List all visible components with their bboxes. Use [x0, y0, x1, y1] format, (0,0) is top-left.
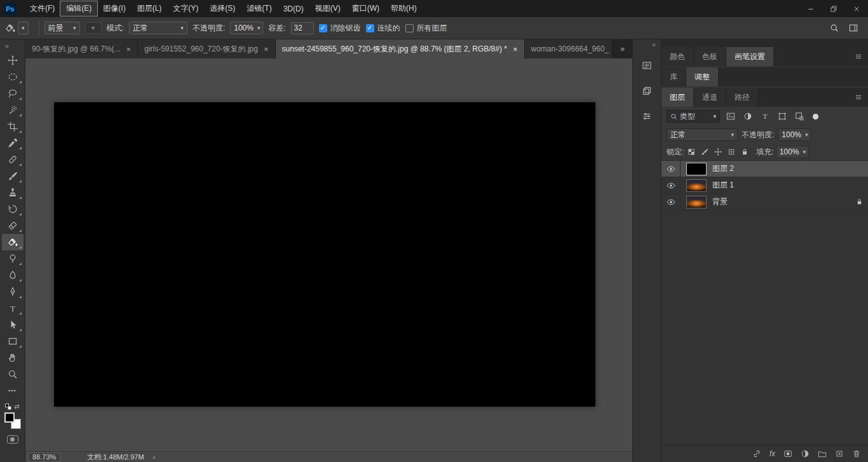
elliptical-marquee-tool[interactable] — [2, 69, 24, 85]
tab-close-icon[interactable]: × — [126, 44, 132, 54]
pattern-picker[interactable]: ▾ — [85, 22, 102, 34]
layer-name[interactable]: 背景 — [712, 196, 728, 207]
close-button[interactable] — [845, 0, 868, 17]
lock-transparent-pixels-icon[interactable] — [686, 146, 697, 158]
document-image[interactable] — [54, 102, 595, 407]
layer-row-selected[interactable]: 图层 2 — [661, 161, 868, 177]
layer-row-background[interactable]: 背景 — [661, 194, 868, 210]
new-group-icon[interactable] — [818, 449, 827, 458]
tab-layers[interactable]: 图层 — [661, 88, 694, 107]
menu-help[interactable]: 帮助(H) — [385, 1, 423, 16]
eraser-tool[interactable] — [2, 217, 24, 234]
menu-image[interactable]: 图像(I) — [97, 1, 131, 16]
rectangle-tool[interactable] — [2, 333, 24, 350]
layer-filter-type-dropdown[interactable]: 类型 ▾ — [667, 110, 720, 123]
paint-bucket-tool[interactable] — [2, 234, 24, 250]
tab-brush-settings[interactable]: 画笔设置 — [726, 47, 774, 66]
lock-artboard-icon[interactable] — [726, 146, 737, 158]
blend-mode-dropdown[interactable]: 正常 ▾ — [129, 22, 187, 34]
menu-3d[interactable]: 3D(D) — [278, 3, 309, 15]
quick-selection-tool[interactable] — [2, 102, 24, 118]
layer-thumbnail[interactable] — [686, 179, 707, 192]
tool-preset-picker[interactable]: ▾ — [5, 22, 34, 34]
lasso-tool[interactable] — [2, 85, 24, 102]
filter-adjustment-layers-icon[interactable] — [742, 110, 754, 123]
menu-window[interactable]: 窗口(W) — [346, 1, 385, 16]
add-layer-mask-icon[interactable] — [783, 449, 792, 458]
tab-paths[interactable]: 路径 — [726, 88, 759, 107]
workspace-switcher-icon[interactable] — [849, 24, 858, 32]
layer-name[interactable]: 图层 2 — [712, 163, 734, 174]
quick-mask-button[interactable] — [7, 435, 18, 444]
contiguous-option[interactable]: ✓ 连续的 — [366, 23, 400, 34]
toolbar-expand-icon[interactable]: » — [0, 39, 9, 52]
blur-tool[interactable] — [2, 267, 24, 283]
tab-channels[interactable]: 通道 — [694, 88, 726, 107]
document-tab[interactable]: 90-恢复的.jpg @ 66.7%(... × — [25, 39, 138, 58]
collapsed-panel-history-icon[interactable] — [637, 56, 656, 75]
type-tool[interactable] — [2, 300, 24, 316]
foreground-color-swatch[interactable] — [4, 412, 15, 423]
tolerance-input[interactable] — [291, 22, 314, 34]
delete-layer-icon[interactable] — [852, 449, 861, 458]
lock-all-icon[interactable] — [739, 146, 750, 158]
canvas-workspace[interactable] — [25, 58, 632, 451]
panel-menu-icon[interactable] — [849, 88, 868, 107]
pen-tool[interactable] — [2, 283, 24, 300]
new-layer-icon[interactable] — [835, 449, 844, 458]
menu-edit[interactable]: 编辑(E) — [60, 1, 97, 16]
new-adjustment-layer-icon[interactable] — [801, 449, 810, 458]
hand-tool[interactable] — [2, 350, 24, 366]
all-layers-checkbox[interactable] — [405, 24, 414, 32]
expand-panels-icon[interactable]: « — [647, 39, 661, 50]
menu-view[interactable]: 视图(V) — [309, 1, 346, 16]
menu-layer[interactable]: 图层(L) — [132, 1, 168, 16]
history-brush-tool[interactable] — [2, 201, 24, 217]
minimize-button[interactable] — [799, 0, 822, 17]
menu-filter[interactable]: 滤镜(T) — [241, 1, 277, 16]
filter-type-layers-icon[interactable] — [759, 110, 771, 123]
document-tab[interactable]: girls-591552_960_720-恢复的.jpg × — [138, 39, 275, 58]
layer-name[interactable]: 图层 1 — [712, 180, 734, 191]
crop-tool[interactable] — [2, 118, 24, 135]
layer-opacity-dropdown[interactable]: 100% ▾ — [778, 128, 811, 141]
zoom-tool[interactable] — [2, 366, 24, 383]
document-tab-active[interactable]: sunset-2459855_960_720-恢复的.jpg @ 88.7% (… — [276, 39, 525, 58]
search-icon[interactable] — [830, 24, 839, 32]
filter-pixel-layers-icon[interactable] — [724, 110, 737, 123]
link-layers-icon[interactable] — [752, 449, 761, 458]
zoom-level-field[interactable]: 88.73% — [28, 452, 60, 462]
filter-on-off-toggle[interactable] — [813, 114, 818, 119]
tab-overflow-icon[interactable]: » — [613, 39, 632, 58]
tab-close-icon[interactable]: × — [264, 44, 269, 54]
path-selection-tool[interactable] — [2, 316, 24, 333]
filter-shape-layers-icon[interactable] — [776, 110, 789, 123]
status-options-chevron-icon[interactable]: › — [153, 453, 156, 461]
document-tab[interactable]: woman-3096664_960_ — [525, 39, 613, 58]
layer-thumbnail[interactable] — [686, 163, 707, 175]
anti-alias-option[interactable]: ✓ 消除锯齿 — [319, 23, 361, 34]
edit-toolbar-button[interactable]: ••• — [2, 383, 24, 399]
default-colors-icon[interactable] — [5, 404, 11, 410]
tab-libraries[interactable]: 库 — [661, 67, 686, 86]
layer-visibility-toggle[interactable] — [661, 161, 681, 177]
layer-thumbnail[interactable] — [686, 196, 707, 208]
clone-stamp-tool[interactable] — [2, 184, 24, 201]
eyedropper-tool[interactable] — [2, 135, 24, 151]
fill-source-dropdown[interactable]: 前景 ▾ — [44, 22, 80, 34]
tab-color[interactable]: 颜色 — [661, 47, 694, 66]
dodge-tool[interactable] — [2, 250, 24, 267]
contiguous-checkbox[interactable]: ✓ — [366, 24, 374, 32]
layer-style-button[interactable]: fx — [770, 449, 775, 458]
collapsed-panel-clone-source-icon[interactable] — [637, 81, 656, 100]
lock-position-icon[interactable] — [712, 146, 724, 158]
collapsed-panel-properties-icon[interactable] — [637, 107, 656, 126]
layer-fill-dropdown[interactable]: 100% ▾ — [776, 146, 809, 158]
filter-smart-objects-icon[interactable] — [793, 110, 806, 123]
tab-swatches[interactable]: 色板 — [694, 47, 726, 66]
layer-visibility-toggle[interactable] — [661, 177, 681, 193]
layer-visibility-toggle[interactable] — [661, 194, 681, 210]
spot-healing-brush-tool[interactable] — [2, 151, 24, 168]
brush-tool[interactable] — [2, 168, 24, 184]
restore-button[interactable] — [822, 0, 845, 17]
